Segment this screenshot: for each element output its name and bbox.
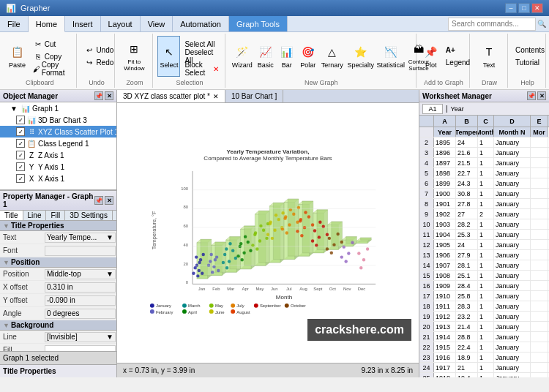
ws-row[interactable]: 15 1908 25.1 1 January [419, 271, 549, 281]
ws-col-e-header[interactable]: E [531, 116, 548, 127]
ws-row[interactable]: 22 1915 22.4 1 January [419, 342, 549, 353]
position-collapse-icon[interactable]: ▼ [3, 259, 10, 266]
ws-row[interactable]: 19 1912 23.2 1 January [419, 312, 549, 322]
ternary-button[interactable]: △ Ternary [319, 36, 346, 77]
ws-row[interactable]: 6 1899 24.3 1 January [419, 178, 549, 189]
redo-button[interactable]: ↪ Redo [81, 57, 116, 69]
close-button[interactable]: ✕ [531, 3, 543, 13]
ws-row[interactable]: Year Temper Month Month N Mor [419, 127, 549, 137]
tree-checkbox-yaxis[interactable]: ✓ [16, 162, 25, 171]
search-input[interactable] [448, 18, 536, 31]
ws-row[interactable]: 24 1917 21 1 January [419, 363, 549, 373]
tree-checkbox-bar3[interactable]: ✓ [16, 116, 25, 124]
prop-close-button[interactable]: ✕ [105, 196, 113, 205]
paste-button[interactable]: 📋 Paste [6, 36, 29, 77]
prop-value-position[interactable]: Middle-top ▼ [45, 269, 116, 279]
tutorial-button[interactable]: Tutorial [512, 57, 548, 69]
text-button[interactable]: T Text [474, 36, 504, 77]
prop-tab-title[interactable]: Title [0, 211, 23, 220]
prop-value-angle[interactable]: 0 degrees [45, 309, 116, 319]
statistical-button[interactable]: 📉 Statistical [376, 36, 406, 77]
doc-tab-bar[interactable]: 10 Bar Chart ] [225, 90, 283, 102]
prop-value-text[interactable]: Yearly Tempe... ▼ [45, 233, 116, 243]
tab-file[interactable]: File [0, 16, 29, 31]
prop-value-font[interactable] [45, 246, 116, 256]
tab-automation[interactable]: Automation [173, 16, 229, 31]
ws-row[interactable]: 8 1901 27.8 1 January [419, 199, 549, 209]
bar-button[interactable]: 📊 Bar [277, 36, 297, 77]
minimize-button[interactable]: – [505, 3, 517, 13]
tree-item-xaxis[interactable]: ✓ X X Axis 1 [0, 173, 116, 184]
prop-tab-3d[interactable]: 3D Settings [65, 211, 113, 220]
prop-pin-button[interactable]: 📌 [94, 196, 103, 205]
ws-row[interactable]: 12 1905 24 1 January [419, 240, 549, 250]
cell-ref-display[interactable]: A1 [422, 104, 443, 114]
specialty-button[interactable]: ⭐ Specialty [346, 36, 376, 77]
ws-row[interactable]: 11 1904 25.3 1 January [419, 230, 549, 240]
tree-item-bar3[interactable]: ✓ 📊 3D Bar Chart 3 [0, 114, 116, 126]
ws-row[interactable]: 16 1909 28.4 1 January [419, 281, 549, 291]
ws-col-c-header[interactable]: C [478, 116, 494, 127]
select-button[interactable]: ↖ Select [157, 36, 180, 77]
ws-row[interactable]: 4 1897 21.5 1 January [419, 158, 549, 168]
cut-button[interactable]: ✂ Cut [30, 38, 74, 50]
collapse-icon[interactable]: ▼ [3, 222, 10, 230]
tree-item-zaxis[interactable]: ✓ Z Z Axis 1 [0, 149, 116, 161]
ws-col-b-header[interactable]: B [456, 116, 478, 127]
ws-row[interactable]: 14 1907 28.1 1 January [419, 260, 549, 271]
wizard-button[interactable]: 🪄 Wizard [230, 36, 255, 77]
ws-close-button[interactable]: ✕ [537, 91, 546, 100]
ws-pin-button[interactable]: 📌 [527, 91, 536, 100]
doc-tab-close-scatter[interactable]: ✕ [213, 93, 219, 100]
basic-button[interactable]: 📈 Basic [255, 36, 276, 77]
prop-tab-line[interactable]: Line [23, 211, 47, 220]
tree-item-yaxis[interactable]: ✓ Y Y Axis 1 [0, 161, 116, 173]
tree-item-graph1[interactable]: ▼ 📊 Graph 1 [0, 102, 116, 114]
ws-row[interactable]: 18 1911 28.3 1 January [419, 301, 549, 312]
ws-row[interactable]: 13 1906 27.9 1 January [419, 250, 549, 260]
a-plus-button[interactable]: A+ [443, 45, 473, 56]
ws-row[interactable]: 25 1918 19.4 1 January [419, 373, 549, 377]
plot-button[interactable]: 📌 Plot [421, 36, 441, 77]
doc-tab-scatter[interactable]: 3D XYZ class scatter plot * ✕ [117, 90, 225, 102]
polar-button[interactable]: 🎯 Polar [298, 36, 318, 77]
maximize-button[interactable]: □ [518, 3, 530, 13]
ws-row[interactable]: 20 1913 21.4 1 January [419, 322, 549, 332]
tab-layout[interactable]: Layout [101, 16, 141, 31]
ws-row[interactable]: 21 1914 28.8 1 January [419, 332, 549, 342]
copy-format-button[interactable]: 🖌 Copy Format [30, 63, 74, 75]
tab-view[interactable]: View [141, 16, 173, 31]
ws-row[interactable]: 2 1895 24 1 January [419, 137, 549, 148]
tree-checkbox-zaxis[interactable]: ✓ [16, 151, 25, 159]
tab-graph-tools[interactable]: Graph Tools [229, 16, 288, 31]
tree-item-legend1[interactable]: ✓ 📋 Class Legend 1 [0, 137, 116, 149]
ws-row[interactable]: 9 1902 27 2 January [419, 209, 549, 219]
prop-value-xoffset[interactable]: 0.310 in [45, 282, 116, 293]
ws-row[interactable]: 17 1910 25.8 1 January [419, 291, 549, 301]
tree-expand-icon[interactable]: ▼ [9, 103, 19, 113]
tree-checkbox-xaxis[interactable]: ✓ [16, 174, 25, 183]
contents-button[interactable]: Contents [512, 45, 548, 56]
tab-insert[interactable]: Insert [65, 16, 101, 31]
ws-col-d-header[interactable]: D [494, 116, 531, 127]
prop-tab-fill[interactable]: Fill [46, 211, 65, 220]
search-icon[interactable]: 🔍 [537, 20, 546, 28]
prop-value-line[interactable]: [Invisible] ▼ [45, 332, 116, 342]
ws-col-a-header[interactable]: A [434, 116, 456, 127]
ws-row[interactable]: 3 1896 21.6 1 January [419, 148, 549, 158]
undo-button[interactable]: ↩ Undo [81, 45, 116, 56]
ws-row[interactable]: 10 1903 28.2 1 January [419, 219, 549, 230]
block-select-button[interactable]: Block Select ✕ [182, 63, 221, 75]
tree-checkbox-legend1[interactable]: ✓ [16, 139, 25, 148]
tree-item-scatter1[interactable]: ✓ ⠿ XYZ Class Scatter Plot 1 [0, 126, 116, 137]
ws-row[interactable]: 7 1900 30.8 1 January [419, 189, 549, 199]
ws-row[interactable]: 23 1916 18.9 1 January [419, 353, 549, 363]
tab-home[interactable]: Home [29, 16, 65, 32]
panel-close-button[interactable]: ✕ [105, 91, 113, 100]
bg-collapse-icon[interactable]: ▼ [3, 322, 10, 329]
prop-value-fill[interactable] [45, 345, 116, 352]
panel-pin-button[interactable]: 📌 [94, 91, 103, 100]
legend-button[interactable]: Legend [443, 57, 473, 69]
tree-checkbox-scatter1[interactable]: ✓ [16, 127, 25, 136]
prop-value-yoffset[interactable]: -0.090 in [45, 295, 116, 306]
